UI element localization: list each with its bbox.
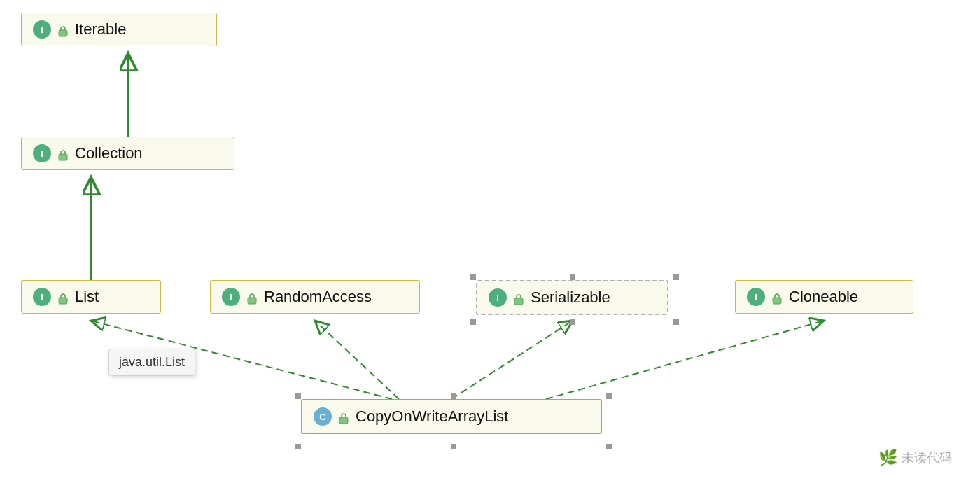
node-copyonwritearraylist[interactable]: C CopyOnWriteArrayList [301,399,602,434]
handle-tm-copyonwrite [451,393,456,399]
handle-tr-serializable [673,274,679,280]
watermark-text: 未读代码 [902,449,952,466]
lock-icon-cloneable [771,291,783,303]
node-collection-label: Collection [75,144,143,162]
node-copyonwritearraylist-label: CopyOnWriteArrayList [356,407,508,426]
node-list[interactable]: I List [21,280,161,314]
node-randomaccess[interactable]: I RandomAccess [210,280,420,314]
node-cloneable[interactable]: I Cloneable [735,280,913,314]
lock-icon-iterable [57,23,69,36]
handle-br-serializable [673,319,679,325]
interface-icon-collection: I [33,144,51,162]
tooltip-java-util-list: java.util.List [108,349,195,376]
handle-br-copyonwrite [606,444,612,449]
lock-icon-serializable [512,291,525,304]
node-cloneable-label: Cloneable [789,288,858,306]
handle-tl-serializable [470,274,476,280]
node-collection[interactable]: I Collection [21,137,234,170]
svg-rect-8 [59,298,67,304]
interface-icon-iterable: I [33,20,51,39]
node-iterable[interactable]: I Iterable [21,13,217,46]
handle-tl-copyonwrite [295,393,301,399]
svg-line-4 [451,321,573,399]
svg-line-5 [546,321,824,399]
handle-tr-copyonwrite [606,393,612,399]
svg-rect-11 [773,298,781,304]
handle-bm-copyonwrite [451,444,456,449]
handle-bl-serializable [470,319,476,325]
tooltip-label: java.util.List [119,355,185,369]
lock-icon-copyonwritearraylist [337,410,350,423]
watermark-icon: 🌿 [878,449,897,467]
handle-bm-serializable [570,319,575,325]
interface-icon-list: I [33,288,51,306]
lock-icon-list [57,291,69,303]
node-randomaccess-label: RandomAccess [264,288,372,306]
svg-rect-9 [248,298,256,304]
handle-tm-serializable [570,274,575,280]
interface-icon-randomaccess: I [222,288,240,306]
class-icon-copyonwritearraylist: C [314,407,332,426]
diagram-canvas: I Iterable I Collection I List [0,0,980,481]
node-iterable-label: Iterable [75,20,126,39]
interface-icon-cloneable: I [747,288,765,306]
interface-icon-serializable: I [489,288,507,307]
svg-rect-12 [340,417,348,424]
lock-icon-randomaccess [246,291,258,303]
node-list-label: List [75,288,99,306]
lock-icon-collection [57,147,69,160]
svg-rect-6 [59,30,67,36]
node-serializable-label: Serializable [531,288,610,307]
svg-line-3 [315,321,399,399]
svg-rect-10 [514,298,523,305]
handle-bl-copyonwrite [295,444,301,449]
svg-rect-7 [59,154,67,160]
watermark: 🌿 未读代码 [878,449,952,467]
node-serializable[interactable]: I Serializable [476,280,668,315]
